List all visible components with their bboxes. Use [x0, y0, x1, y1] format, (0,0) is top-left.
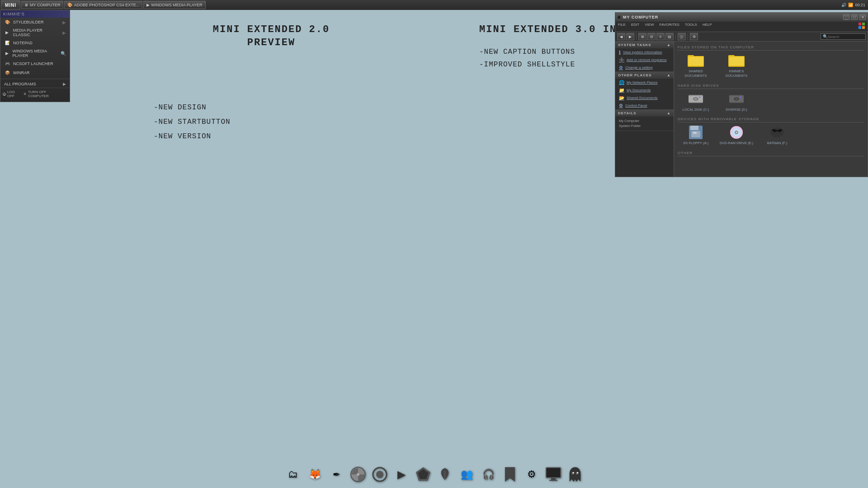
- collapse-icon: ▲: [667, 43, 671, 47]
- turn-off-button[interactable]: ⭘ TURN OFF COMPUTER: [23, 90, 68, 98]
- dock-folder-icon[interactable]: 🗂: [284, 465, 302, 483]
- add-remove-label: Add or remove programs: [627, 58, 666, 62]
- svg-rect-39: [547, 468, 560, 477]
- dock-gear-icon[interactable]: ⚙: [523, 465, 541, 483]
- floppy-a[interactable]: 3½ FLOPPY (A:): [678, 125, 714, 145]
- start-menu-footer: ⏻ LOG OFF ⭘ TURN OFF COMPUTER: [0, 88, 70, 100]
- search-input[interactable]: [828, 35, 863, 39]
- files-stored-label: FILES STORED ON THIS COMPUTER: [678, 45, 864, 51]
- menu-edit[interactable]: EDIT: [628, 22, 642, 32]
- notepad-icon: 📝: [4, 40, 10, 46]
- system-tasks-header[interactable]: System Tasks ▲: [615, 42, 674, 48]
- window-title: MY COMPUTER: [623, 15, 841, 19]
- menu-tools[interactable]: TOOLS: [682, 22, 700, 32]
- svg-point-30: [771, 127, 784, 137]
- kimmies-docs-item-label: KIMMIE'S DOCUMENTS: [718, 69, 755, 78]
- taskbar-items: 🖥 MY COMPUTER 🎨 ADOBE PHOTOSHOP CS4 EXTE…: [21, 1, 841, 9]
- menu-view[interactable]: VIEW: [642, 22, 656, 32]
- my-documents-label: My Documents: [627, 88, 651, 92]
- start-menu-divider: [0, 79, 70, 79]
- control-panel-icon: ⚙: [619, 103, 623, 108]
- minimize-button[interactable]: _: [843, 14, 849, 20]
- back-button[interactable]: ◀: [617, 33, 625, 40]
- add-remove-programs[interactable]: ➕ Add or remove programs: [615, 56, 674, 64]
- taskbar-item-label: WINDOWS MEDIA PLAYER: [151, 3, 202, 7]
- change-setting[interactable]: ⚙ Change a setting: [615, 64, 674, 71]
- svg-rect-2: [859, 26, 861, 29]
- tray-clock: 00:21: [855, 3, 865, 7]
- kimmies-documents-item[interactable]: KIMMIE'S DOCUMENTS: [718, 53, 755, 78]
- details-section: Details ▲ My Computer System Folder: [615, 110, 674, 131]
- dock-ghost-icon[interactable]: [566, 465, 584, 483]
- my-documents[interactable]: 📁 My Documents: [615, 86, 674, 94]
- batman-icon: [769, 125, 785, 140]
- shared-documents[interactable]: 📂 Shared Documents: [615, 94, 674, 102]
- menu-file[interactable]: FILE: [615, 22, 628, 32]
- dock-headphone-icon[interactable]: 🎧: [479, 465, 497, 483]
- showcase-v2: MINI EXTENDED 2.0 PREVIEW: [81, 23, 461, 71]
- view-list-button[interactable]: ≡: [656, 33, 665, 40]
- dock-pen-icon[interactable]: ✒: [327, 465, 345, 483]
- filmstrip-button[interactable]: ◫: [678, 33, 686, 40]
- turn-off-label: TURN OFF COMPUTER: [28, 90, 68, 98]
- kimmies-docs-folder-icon: [728, 53, 745, 68]
- taskbar-item-photoshop[interactable]: 🎨 ADOBE PHOTOSHOP CS4 EXTE...: [64, 1, 142, 9]
- start-menu-label: MEDIA PLAYER CLASSIC: [13, 28, 60, 37]
- svg-rect-1: [862, 23, 865, 25]
- start-menu-item-notepad[interactable]: 📝 NOTEPAD: [0, 38, 70, 47]
- dock-leaf-icon[interactable]: [436, 465, 454, 483]
- window-icon: 🖥: [617, 15, 621, 19]
- dock-play-icon[interactable]: ▶: [392, 465, 410, 483]
- start-menu-item-winrar[interactable]: 📦 WINRAR: [0, 68, 70, 77]
- dock-pinwheel-icon[interactable]: [349, 465, 367, 483]
- start-menu-item-ncsoft[interactable]: 🎮 NCSOFT LAUNCHER: [0, 59, 70, 68]
- local-disk-c[interactable]: LOCAL DISK (C:): [678, 92, 714, 112]
- toolbar-separator-2: [675, 33, 676, 40]
- dock-bookmark-icon[interactable]: [501, 465, 519, 483]
- diverse-d-label: DIVERSE (D:): [726, 108, 747, 112]
- dvd-e-label: DVD-RAM DRIVE (E:): [720, 141, 753, 145]
- menu-help[interactable]: HELP: [700, 22, 715, 32]
- start-menu-item-wmp[interactable]: ▶ WINDOWS MEDIA PLAYER 🔍: [0, 47, 70, 59]
- dock-pentagon-icon[interactable]: [414, 465, 432, 483]
- stylebuilder-icon: 🎨: [4, 19, 10, 25]
- details-header[interactable]: Details ▲: [615, 110, 674, 117]
- diverse-d[interactable]: DIVERSE (D:): [718, 92, 755, 112]
- media-classic-icon: ▶: [4, 29, 10, 36]
- other-section-label: OTHER: [678, 151, 864, 156]
- bottom-dock: 🗂 🦊 ✒ ▶: [0, 465, 868, 483]
- close-button[interactable]: ✕: [859, 14, 866, 20]
- settings-button[interactable]: ⚙: [690, 33, 698, 40]
- view-detail-button[interactable]: ▤: [665, 33, 674, 40]
- menu-favorites[interactable]: FAVORITES: [657, 22, 682, 32]
- taskbar-item-my-computer[interactable]: 🖥 MY COMPUTER: [21, 1, 63, 9]
- sm-arrow-icon: ▶: [62, 20, 66, 25]
- start-menu-all-programs[interactable]: ALL PROGRAMS ▶: [0, 80, 70, 88]
- start-menu-user: KIMMIE'S: [3, 12, 25, 16]
- floppy-a-label: 3½ FLOPPY (A:): [683, 141, 708, 145]
- control-panel[interactable]: ⚙ Control Panel: [615, 102, 674, 109]
- dvd-ram-e[interactable]: DVD-RAM DRIVE (E:): [718, 125, 755, 145]
- info-icon: ℹ: [619, 50, 621, 55]
- start-button[interactable]: MINI: [1, 0, 20, 9]
- start-menu-item-stylebuilder[interactable]: 🎨 STYLEBUILDER ▶: [0, 18, 70, 27]
- dock-screen-icon[interactable]: [544, 465, 562, 483]
- dock-circle-icon[interactable]: [371, 465, 389, 483]
- other-places-header[interactable]: Other Places ▲: [615, 72, 674, 79]
- batman-f[interactable]: BATMAN (F:): [759, 125, 795, 145]
- dock-users-icon[interactable]: 👥: [458, 465, 476, 483]
- start-menu-item-mediaclassic[interactable]: ▶ MEDIA PLAYER CLASSIC ▶: [0, 27, 70, 38]
- log-off-label: LOG OFF: [7, 90, 23, 98]
- log-off-button[interactable]: ⏻ LOG OFF: [2, 90, 23, 98]
- forward-button[interactable]: ▶: [626, 33, 634, 40]
- taskbar-item-wmp[interactable]: ▶ WINDOWS MEDIA PLAYER: [143, 1, 205, 9]
- winrar-icon: 📦: [4, 70, 10, 76]
- svg-point-21: [740, 96, 741, 98]
- view-system-info[interactable]: ℹ View system information: [615, 48, 674, 56]
- view-tiles-button[interactable]: ⊞: [638, 33, 646, 40]
- view-icons-button[interactable]: ⊟: [647, 33, 656, 40]
- shared-documents-item[interactable]: SHARED DOCUMENTS: [678, 53, 714, 78]
- dock-firefox-icon[interactable]: 🦊: [306, 465, 324, 483]
- my-network-places[interactable]: 🌐 My Network Places: [615, 79, 674, 86]
- maximize-button[interactable]: □: [851, 14, 858, 20]
